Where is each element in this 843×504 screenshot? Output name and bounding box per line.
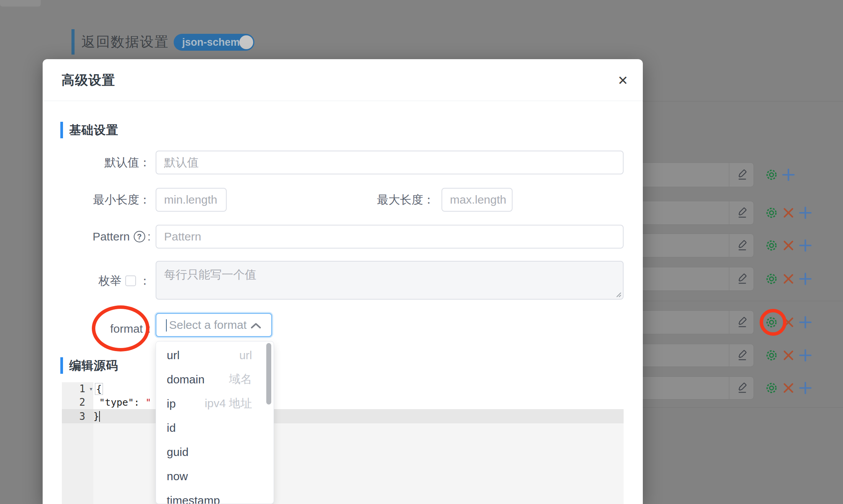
dropdown-option[interactable]: now xyxy=(156,464,274,488)
source-code-editor[interactable]: 1 ▾ { 2 "type": " 3 } xyxy=(62,382,624,504)
page-title: 返回数据设置 xyxy=(81,29,169,55)
gear-icon[interactable] xyxy=(765,206,778,220)
section-basic-settings: 基础设置 xyxy=(60,122,118,138)
edit-icon[interactable] xyxy=(729,201,754,224)
section-source-title: 编辑源码 xyxy=(69,358,118,374)
editor-line: 3 } xyxy=(62,409,624,423)
edit-icon[interactable] xyxy=(729,163,754,187)
add-icon[interactable] xyxy=(798,239,812,252)
option-name: url xyxy=(167,349,179,362)
option-name: id xyxy=(167,421,176,434)
edit-icon[interactable] xyxy=(729,311,754,334)
json-schema-toggle-label: json-schema xyxy=(182,34,246,51)
edit-icon[interactable] xyxy=(729,344,754,366)
line-number: 3 xyxy=(79,411,85,422)
gear-icon[interactable] xyxy=(765,272,778,286)
resize-handle-icon[interactable] xyxy=(615,291,621,297)
json-schema-toggle[interactable]: json-schema xyxy=(174,34,254,51)
dropdown-option[interactable]: domain 域名 xyxy=(156,367,274,391)
max-length-label: 最大长度： xyxy=(327,188,435,212)
annotation-circle-gear xyxy=(760,309,787,336)
enum-placeholder: 每行只能写一个值 xyxy=(164,267,256,283)
edit-icon[interactable] xyxy=(729,267,754,290)
backdrop-divider xyxy=(638,101,843,101)
pattern-colon: : xyxy=(148,230,151,243)
option-name: guid xyxy=(167,446,189,459)
dropdown-option[interactable]: guid xyxy=(156,440,274,464)
pattern-label-text: Pattern xyxy=(93,230,130,243)
page-title-accent-bar xyxy=(71,29,75,55)
chevron-up-icon xyxy=(251,323,261,329)
dropdown-scrollbar[interactable] xyxy=(266,343,271,405)
editor-line: 1 ▾ { xyxy=(62,382,624,395)
dropdown-option[interactable]: ip ipv4 地址 xyxy=(156,391,274,416)
default-value-input[interactable]: 默认值 xyxy=(156,151,624,174)
section-edit-source: 编辑源码 xyxy=(60,357,118,374)
editor-gutter: 2 xyxy=(62,395,93,409)
default-value-label: 默认值： xyxy=(43,151,151,174)
gear-icon[interactable] xyxy=(765,348,778,362)
enum-label-text: 枚举 xyxy=(98,273,121,289)
backdrop-divider xyxy=(638,407,843,408)
max-length-input[interactable]: max.length xyxy=(441,188,513,212)
section-accent-bar xyxy=(60,357,63,374)
editor-line xyxy=(62,423,624,504)
max-length-placeholder: max.length xyxy=(442,193,506,206)
add-icon[interactable] xyxy=(798,381,812,395)
gear-icon[interactable] xyxy=(765,168,778,182)
format-dropdown: url url domain 域名 ip ipv4 地址 id guid now… xyxy=(156,341,274,504)
editor-caret xyxy=(99,411,100,422)
gear-icon[interactable] xyxy=(765,239,778,252)
pattern-input[interactable]: Pattern xyxy=(156,225,624,249)
line-number: 1 xyxy=(79,383,85,395)
edit-icon[interactable] xyxy=(729,234,754,257)
min-length-placeholder: min.length xyxy=(156,193,217,206)
delete-icon[interactable] xyxy=(782,381,795,395)
add-icon[interactable] xyxy=(798,348,812,362)
add-icon[interactable] xyxy=(798,315,812,329)
add-icon[interactable] xyxy=(782,168,795,182)
pattern-label: Pattern ? : xyxy=(43,225,151,249)
annotation-ellipse-format xyxy=(92,305,149,351)
option-name: domain xyxy=(167,373,204,386)
close-icon[interactable]: ✕ xyxy=(614,72,631,89)
format-select[interactable]: Select a format xyxy=(156,313,272,337)
editor-line: 2 "type": " xyxy=(62,395,624,409)
line-number: 2 xyxy=(79,396,85,408)
screenshot-root: { "page": { "title": "返回数据设置", "toggle_l… xyxy=(0,0,843,504)
editor-gutter: 1 ▾ xyxy=(62,382,93,395)
gear-icon[interactable] xyxy=(765,381,778,395)
help-icon[interactable]: ? xyxy=(134,231,145,242)
add-icon[interactable] xyxy=(798,272,812,286)
option-name: ip xyxy=(167,397,176,410)
enum-checkbox[interactable] xyxy=(125,275,136,286)
format-select-placeholder: Select a format xyxy=(169,314,247,336)
dropdown-option[interactable]: url url xyxy=(156,343,274,367)
enum-colon: ： xyxy=(139,273,151,289)
fold-arrow-icon[interactable]: ▾ xyxy=(89,385,93,393)
delete-icon[interactable] xyxy=(782,272,795,286)
delete-icon[interactable] xyxy=(782,239,795,252)
text-cursor xyxy=(166,319,167,332)
option-name: now xyxy=(167,470,188,483)
add-icon[interactable] xyxy=(798,206,812,220)
option-hint: ipv4 地址 xyxy=(205,396,252,411)
min-length-input[interactable]: min.length xyxy=(156,188,227,212)
option-hint: 域名 xyxy=(229,371,252,387)
advanced-settings-modal: 高级设置 ✕ 基础设置 默认值： 默认值 最小长度： min.length 最大… xyxy=(43,59,643,504)
delete-icon[interactable] xyxy=(782,348,795,362)
toggle-knob xyxy=(239,35,253,49)
dropdown-option[interactable]: timestamp xyxy=(156,488,274,504)
modal-header: 高级设置 ✕ xyxy=(43,59,643,101)
edit-icon[interactable] xyxy=(729,377,754,399)
pattern-placeholder: Pattern xyxy=(156,230,201,243)
min-length-label: 最小长度： xyxy=(43,188,151,212)
dropdown-option[interactable]: id xyxy=(156,416,274,440)
modal-title: 高级设置 xyxy=(61,71,115,89)
default-value-placeholder: 默认值 xyxy=(156,155,199,171)
delete-icon[interactable] xyxy=(782,206,795,220)
enum-textarea[interactable]: 每行只能写一个值 xyxy=(156,261,624,300)
section-basic-title: 基础设置 xyxy=(69,122,118,138)
editor-gutter: 3 xyxy=(62,409,93,423)
section-accent-bar xyxy=(60,122,63,138)
